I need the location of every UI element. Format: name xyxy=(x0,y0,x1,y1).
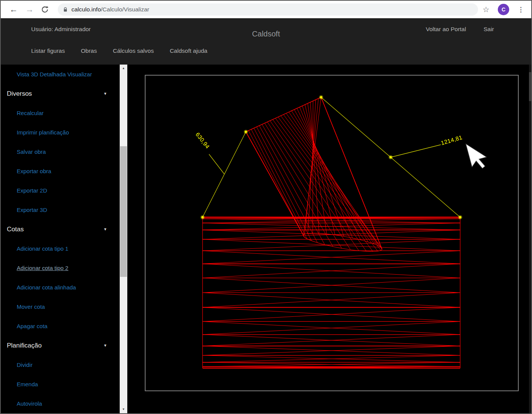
portal-link[interactable]: Voltar ao Portal xyxy=(426,26,466,33)
sidebar-item-label: Adicionar cota alinhada xyxy=(17,284,76,291)
avatar[interactable]: C xyxy=(498,4,509,15)
sidebar-scrollbar[interactable]: ▲ ▼ xyxy=(120,65,127,413)
scroll-up-arrow-icon[interactable]: ▲ xyxy=(120,65,127,71)
chevron-down-icon: ▼ xyxy=(103,336,107,355)
sidebar-section-label: Diversos xyxy=(7,90,32,97)
nav-calculos-salvos[interactable]: Cálculos salvos xyxy=(113,47,154,54)
sidebar-item-adicionar-cota-tipo-1[interactable]: Adicionar cota tipo 1 xyxy=(1,239,119,258)
sidebar: Vista 3D Detalhada Visualizar Diversos▼ … xyxy=(1,65,119,413)
dimension-label-right: 1214,81 xyxy=(440,134,463,146)
sidebar-item-mover-cota[interactable]: Mover cota xyxy=(1,297,119,316)
sidebar-item-adicionar-cota-tipo-2[interactable]: Adicionar cota tipo 2 xyxy=(1,258,119,278)
sidebar-item-label: Emenda xyxy=(17,381,38,387)
sidebar-item-recalcular[interactable]: Recalcular xyxy=(1,103,119,123)
reload-icon[interactable] xyxy=(39,1,51,18)
sidebar-item-label: Autovirola xyxy=(17,400,42,407)
sidebar-item-adicionar-cota-alinhada[interactable]: Adicionar cota alinhada xyxy=(1,278,119,297)
sidebar-item-vista-3d[interactable]: Vista 3D Detalhada Visualizar xyxy=(1,65,119,84)
drawing-frame xyxy=(145,75,518,391)
sidebar-item-exportar-obra[interactable]: Exportar obra xyxy=(1,161,119,181)
url-text: calculo.info/Calculo/Visualizar xyxy=(71,6,149,13)
sidebar-item-label: Adicionar cota tipo 1 xyxy=(17,245,68,252)
sidebar-item-emenda[interactable]: Emenda xyxy=(1,374,119,394)
nav-listar-figuras[interactable]: Listar figuras xyxy=(31,47,65,54)
sidebar-item-label: Recalcular xyxy=(17,110,44,116)
sidebar-item-label: Vista 3D Detalhada Visualizar xyxy=(17,71,92,77)
nav-obras[interactable]: Obras xyxy=(81,47,97,54)
sidebar-item-exportar-3d[interactable]: Exportar 3D xyxy=(1,200,119,220)
sidebar-item-apagar-cota[interactable]: Apagar cota xyxy=(1,316,119,336)
sidebar-item-label: Exportar obra xyxy=(17,168,51,174)
sidebar-scrollbar-thumb[interactable] xyxy=(120,146,127,277)
page-scrollbar[interactable] xyxy=(529,65,531,413)
scroll-down-arrow-icon[interactable]: ▼ xyxy=(120,406,127,412)
bookmark-star-icon[interactable]: ☆ xyxy=(480,1,492,18)
red-wireframe-figure xyxy=(203,97,460,368)
sidebar-item-label: Exportar 3D xyxy=(17,207,47,213)
url-path: /Calculo/Visualizar xyxy=(101,6,149,13)
page-scrollbar-thumb[interactable] xyxy=(529,72,531,101)
logout-link[interactable]: Sair xyxy=(483,26,494,33)
app-header: Usuário: Administrador Caldsoft Voltar a… xyxy=(1,18,531,65)
avatar-letter: C xyxy=(502,6,505,13)
sidebar-item-label: Mover cota xyxy=(17,303,45,310)
back-icon[interactable]: ← xyxy=(7,1,21,18)
sidebar-item-dividir[interactable]: Dividir xyxy=(1,355,119,374)
forward-icon[interactable]: → xyxy=(23,1,36,18)
chevron-down-icon: ▼ xyxy=(103,84,107,103)
sidebar-section-label: Planificação xyxy=(7,342,42,349)
lock-icon xyxy=(63,7,68,12)
sidebar-item-label: Exportar 2D xyxy=(17,187,47,194)
sidebar-item-label: Dividir xyxy=(17,362,33,368)
dimension-label-left: 630,94 xyxy=(195,131,211,150)
sidebar-item-salvar-obra[interactable]: Salvar obra xyxy=(1,142,119,161)
sidebar-section-label: Cotas xyxy=(7,226,24,233)
browser-toolbar: ← → calculo.info/Calculo/Visualizar ☆ C … xyxy=(1,1,531,18)
sidebar-section-cotas[interactable]: Cotas▼ xyxy=(1,220,119,239)
sidebar-section-diversos[interactable]: Diversos▼ xyxy=(1,84,119,103)
address-bar[interactable]: calculo.info/Calculo/Visualizar xyxy=(58,3,478,16)
sidebar-item-label: Apagar cota xyxy=(17,323,48,329)
browser-window: ← → calculo.info/Calculo/Visualizar ☆ C … xyxy=(0,0,532,414)
browser-menu-icon[interactable]: ⋮ xyxy=(515,1,527,18)
reload-glyph xyxy=(41,6,49,13)
sidebar-item-autovirola[interactable]: Autovirola xyxy=(1,394,119,413)
dimension-annotations xyxy=(201,95,462,220)
url-domain: calculo.info xyxy=(71,6,101,13)
sidebar-item-label: Imprimir planificação xyxy=(17,129,69,136)
sidebar-item-label: Salvar obra xyxy=(17,149,46,155)
main-nav: Listar figuras Obras Cálculos salvos Cal… xyxy=(31,41,207,61)
mouse-cursor xyxy=(466,140,489,171)
nav-caldsoft-ajuda[interactable]: Caldsoft ajuda xyxy=(170,47,207,54)
sidebar-item-imprimir-planificacao[interactable]: Imprimir planificação xyxy=(1,123,119,142)
header-right-links: Voltar ao Portal Sair xyxy=(426,18,494,40)
sidebar-section-planificacao[interactable]: Planificação▼ xyxy=(1,336,119,355)
sidebar-item-label-active: Adicionar cota tipo 2 xyxy=(17,265,68,271)
sidebar-item-exportar-2d[interactable]: Exportar 2D xyxy=(1,181,119,200)
chevron-down-icon: ▼ xyxy=(103,220,107,239)
